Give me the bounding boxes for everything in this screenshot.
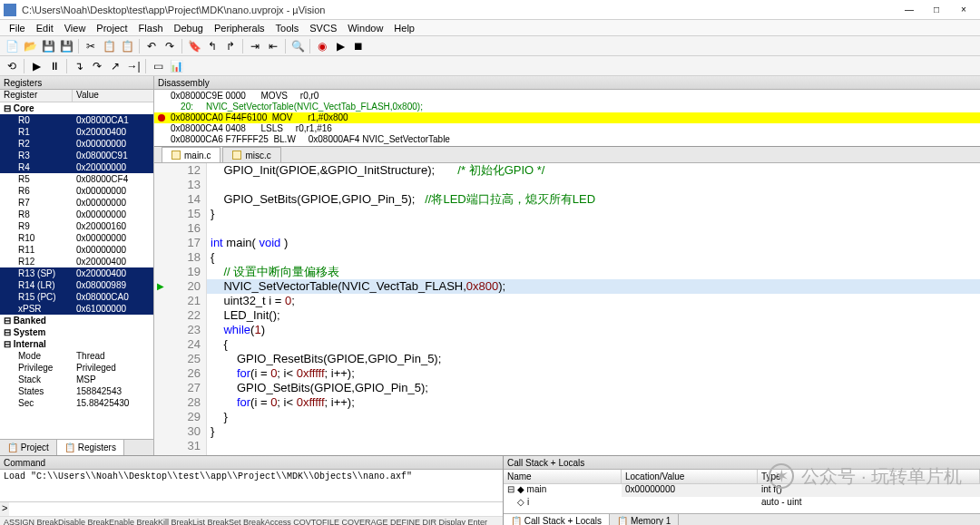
code-line[interactable]: } <box>207 424 980 439</box>
menu-window[interactable]: Window <box>342 23 388 34</box>
step-in-icon[interactable]: ↴ <box>71 58 87 74</box>
stop-icon[interactable]: ⏹ <box>350 38 367 54</box>
reg-r8[interactable]: R80x00000000 <box>0 209 153 220</box>
save-icon[interactable]: 💾 <box>40 38 56 54</box>
code-line[interactable]: NVIC_SetVectorTable(NVIC_VectTab_FLASH,0… <box>207 279 980 294</box>
code-line[interactable]: uint32_t i = 0; <box>207 294 980 308</box>
registers-list[interactable]: ⊟ CoreR00x08000CA1R10x20000400R20x000000… <box>0 102 153 439</box>
menu-edit[interactable]: Edit <box>31 23 59 34</box>
code-line[interactable]: while(1) <box>207 323 980 337</box>
stop-icon-2[interactable]: ⏸ <box>46 58 63 74</box>
locals-row[interactable]: ◇ iauto - uint <box>504 497 980 510</box>
menu-tools[interactable]: Tools <box>270 23 305 34</box>
disasm-line[interactable]: 21: uint32_t i = 0; <box>154 145 980 146</box>
locals-tab-1[interactable]: 📋 Memory 1 <box>610 514 679 525</box>
code-line[interactable]: for(i = 0; i< 0xfffff; i++); <box>207 366 980 381</box>
locals-tab-0[interactable]: 📋 Call Stack + Locals <box>504 514 610 525</box>
code-line[interactable]: GPIO_SetBits(GPIOE,GPIO_Pin_5); <box>207 381 980 395</box>
code-line[interactable]: GPIO_Init(GPIOE,&GPIO_InitStructure); /*… <box>207 163 980 178</box>
run-icon[interactable]: ▶ <box>332 38 348 54</box>
code-line[interactable]: GPIO_ResetBits(GPIOE,GPIO_Pin_5); <box>207 352 980 366</box>
editor-tab-misc-c[interactable]: misc.c <box>222 147 280 162</box>
reg-stack[interactable]: StackMSP <box>0 374 153 385</box>
reg-r7[interactable]: R70x00000000 <box>0 197 153 209</box>
disasm-line[interactable]: 0x08000CA6 F7FFFF25 BL.W 0x08000AF4 NVIC… <box>154 134 980 145</box>
locals-list[interactable]: ⊟ ◆ main0x00000000int f() ◇ iauto - uint <box>504 484 980 513</box>
reg-r11[interactable]: R110x00000000 <box>0 244 153 256</box>
reg-col-name[interactable]: Register <box>0 90 73 102</box>
debug-icon[interactable]: ◉ <box>314 38 330 54</box>
bookmark-icon[interactable]: 🔖 <box>186 38 202 54</box>
reg-r15pc[interactable]: R15 (PC)0x08000CA0 <box>0 291 153 303</box>
left-tab-registers[interactable]: 📋 Registers <box>57 440 124 455</box>
code-line[interactable] <box>207 178 980 192</box>
locals-col-type[interactable]: Type <box>758 470 980 483</box>
reg-group-internal[interactable]: ⊟ Internal <box>0 338 153 350</box>
command-output[interactable]: Load "C:\\Users\\Noah\\Desktop\\test\\ap… <box>0 470 503 501</box>
analysis-icon[interactable]: 📊 <box>168 58 184 74</box>
step-over-icon[interactable]: ↷ <box>89 58 105 74</box>
code-line[interactable]: { <box>207 337 980 352</box>
new-icon[interactable]: 📄 <box>4 38 20 54</box>
disassembly-view[interactable]: 0x08000C9E 0000 MOVS r0,r0 20: NVIC_SetV… <box>154 90 980 146</box>
reg-sec[interactable]: Sec15.88425430 <box>0 397 153 409</box>
reg-group-core[interactable]: ⊟ Core <box>0 102 153 114</box>
run-to-cursor-icon[interactable]: →| <box>125 58 142 74</box>
undo-icon[interactable]: ↶ <box>143 38 160 54</box>
save-all-icon[interactable]: 💾 <box>58 38 74 54</box>
disasm-line[interactable]: 0x08000C9E 0000 MOVS r0,r0 <box>154 91 980 102</box>
code-line[interactable]: for(i = 0; i< 0xfffff; i++); <box>207 395 980 410</box>
reg-group-banked[interactable]: ⊟ Banked <box>0 315 153 326</box>
menu-file[interactable]: File <box>4 23 31 34</box>
reg-r3[interactable]: R30x08000C91 <box>0 150 153 161</box>
close-button[interactable]: × <box>951 2 976 18</box>
bookmark-prev-icon[interactable]: ↰ <box>204 38 220 54</box>
run-icon-2[interactable]: ▶ <box>28 58 44 74</box>
reg-r5[interactable]: R50x08000CF4 <box>0 173 153 185</box>
disasm-line[interactable]: 20: NVIC_SetVectorTable(NVIC_VectTab_FLA… <box>154 102 980 112</box>
code-line[interactable] <box>207 439 980 453</box>
reg-mode[interactable]: ModeThread <box>0 350 153 362</box>
reg-r13sp[interactable]: R13 (SP)0x20000400 <box>0 267 153 279</box>
reg-r4[interactable]: R40x20000000 <box>0 161 153 173</box>
bookmark-next-icon[interactable]: ↱ <box>222 38 239 54</box>
reg-states[interactable]: States158842543 <box>0 385 153 397</box>
menu-project[interactable]: Project <box>91 23 132 34</box>
redo-icon[interactable]: ↷ <box>162 38 178 54</box>
code-line[interactable]: // 设置中断向量偏移表 <box>207 265 980 279</box>
paste-icon[interactable]: 📋 <box>119 38 135 54</box>
menu-svcs[interactable]: SVCS <box>304 23 342 34</box>
window-icon[interactable]: ▭ <box>150 58 166 74</box>
cut-icon[interactable]: ✂ <box>83 38 99 54</box>
menu-flash[interactable]: Flash <box>133 23 169 34</box>
minimize-button[interactable]: — <box>897 2 922 18</box>
reset-icon[interactable]: ⟲ <box>4 58 20 74</box>
code-line[interactable]: GPIO_SetBits(GPIOE,GPIO_Pin_5); //将LED端口… <box>207 192 980 207</box>
reg-xpsr[interactable]: xPSR0x61000000 <box>0 303 153 315</box>
menu-help[interactable]: Help <box>388 23 420 34</box>
locals-col-value[interactable]: Location/Value <box>622 470 758 483</box>
reg-r14lr[interactable]: R14 (LR)0x08000989 <box>0 279 153 291</box>
reg-r1[interactable]: R10x20000400 <box>0 126 153 138</box>
reg-r9[interactable]: R90x20000160 <box>0 220 153 232</box>
reg-r10[interactable]: R100x00000000 <box>0 232 153 244</box>
code-line[interactable]: LED_Init(); <box>207 308 980 323</box>
reg-r12[interactable]: R120x20000400 <box>0 256 153 267</box>
menu-peripherals[interactable]: Peripherals <box>209 23 270 34</box>
reg-r2[interactable]: R20x00000000 <box>0 138 153 150</box>
find-icon[interactable]: 🔍 <box>289 38 306 54</box>
outdent-icon[interactable]: ⇤ <box>265 38 281 54</box>
reg-col-value[interactable]: Value <box>73 90 153 102</box>
reg-r6[interactable]: R60x00000000 <box>0 185 153 197</box>
step-out-icon[interactable]: ↗ <box>107 58 123 74</box>
command-input[interactable] <box>9 502 503 516</box>
editor-tab-main-c[interactable]: main.c <box>162 147 220 162</box>
code-line[interactable]: int main( void ) <box>207 236 980 250</box>
copy-icon[interactable]: 📋 <box>101 38 117 54</box>
reg-group-system[interactable]: ⊟ System <box>0 326 153 338</box>
maximize-button[interactable]: □ <box>924 2 949 18</box>
indent-icon[interactable]: ⇥ <box>247 38 263 54</box>
locals-col-name[interactable]: Name <box>504 470 622 483</box>
menu-view[interactable]: View <box>59 23 92 34</box>
code-line[interactable]: } <box>207 207 980 221</box>
